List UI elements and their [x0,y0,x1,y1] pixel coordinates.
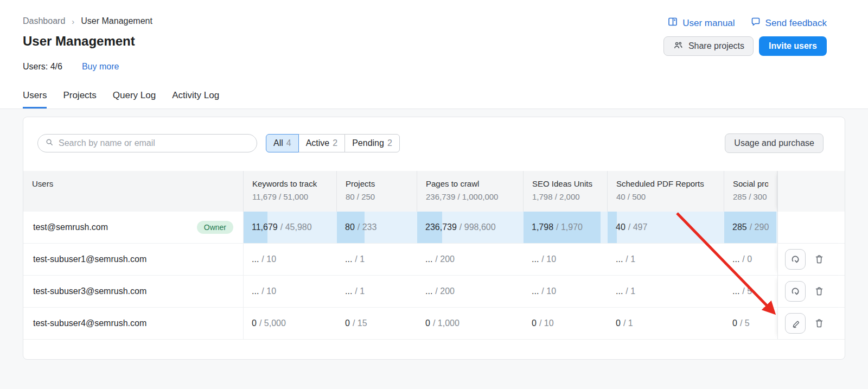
filter-pending[interactable]: Pending 2 [344,134,400,152]
usage-cell-projects: .../ 1 [337,244,417,275]
row-actions [777,212,845,243]
owner-badge: Owner [197,221,233,234]
usage-cell-seo-ideas: 1,798/ 1,970 [524,212,608,243]
column-title: Pages to crawl [426,179,514,188]
page-title: User Management [23,34,135,49]
search-box[interactable] [37,134,257,152]
table-header-row: Users Keywords to track 11,679 / 51,000 … [23,171,845,212]
row-actions [777,244,845,275]
usage-cell-pdf-reports: .../ 1 [608,244,724,275]
column-header-projects: Projects 80 / 250 [337,171,417,212]
feedback-bubble-icon [750,16,761,30]
row-actions [777,308,845,339]
user-cell: test@semrush.com Owner [23,212,244,243]
column-title: Scheduled PDF Reports [616,179,715,188]
filter-pending-count: 2 [387,138,392,148]
resend-invite-button[interactable] [785,249,806,270]
column-quota: 11,679 / 51,000 [252,192,328,201]
usage-cell-pages: 0/ 1,000 [417,308,524,339]
users-table: Users Keywords to track 11,679 / 51,000 … [23,171,845,360]
user-email: test@semrush.com [33,222,108,232]
resend-invite-button[interactable] [785,281,806,302]
header-actions: User manual Send feedback Share projects… [663,16,827,56]
people-icon [673,40,684,53]
column-title: Keywords to track [252,179,328,188]
column-header-pages: Pages to crawl 236,739 / 1,000,000 [417,171,524,212]
delete-user-button[interactable] [812,313,826,334]
usage-cell-social: .../ 5 [724,276,777,307]
invite-users-button[interactable]: Invite users [759,36,827,56]
usage-cell-keywords: 0/ 5,000 [244,308,337,339]
column-header-users: Users [23,171,244,212]
breadcrumb-current: User Management [81,16,152,26]
filter-all-label: All [273,138,283,148]
buy-more-link[interactable]: Buy more [82,62,119,71]
page-header: Dashboard › User Management User Managem… [0,0,868,109]
table-toolbar: All 4 Active 2 Pending 2 Usage and purch… [37,134,831,152]
user-email: test-subuser3@semrush.com [33,286,146,296]
users-quota: Users: 4/6Buy more [23,62,119,72]
column-quota: 40 / 500 [616,192,715,201]
share-projects-label: Share projects [688,41,744,51]
book-icon [667,16,678,30]
row-actions [777,276,845,307]
usage-cell-pdf-reports: 0/ 1 [608,308,724,339]
column-title: Projects [346,179,408,188]
user-cell: test-subuser3@semrush.com [23,276,244,307]
tab-query-log[interactable]: Query Log [113,90,156,109]
filter-active[interactable]: Active 2 [298,134,345,152]
filter-active-label: Active [306,138,330,148]
edit-limits-button[interactable] [785,313,806,334]
column-header-social-profiles: Social profiles 285 / 300 [724,171,777,212]
table-row: test-subuser3@semrush.com .../ 10 .../ 1… [23,276,845,308]
filter-all[interactable]: All 4 [266,134,299,152]
user-email: test-subuser4@semrush.com [33,318,146,328]
usage-cell-keywords: .../ 10 [244,244,337,275]
trash-icon [814,318,825,329]
delete-user-button[interactable] [812,281,826,302]
tab-activity-log[interactable]: Activity Log [172,90,219,109]
usage-cell-keywords: 11,679/ 45,980 [244,212,337,243]
delete-user-button[interactable] [812,249,826,270]
chevron-right-icon: › [72,17,74,26]
breadcrumb-dashboard-link[interactable]: Dashboard [23,16,65,26]
table-footer [23,340,845,360]
resend-icon [790,286,801,297]
send-feedback-label: Send feedback [765,18,827,29]
users-quota-label: Users: 4/6 [23,62,62,71]
usage-cell-projects: 80/ 233 [337,212,417,243]
column-header-keywords: Keywords to track 11,679 / 51,000 [244,171,337,212]
page-content: All 4 Active 2 Pending 2 Usage and purch… [0,109,868,389]
filter-pending-label: Pending [352,138,384,148]
column-quota: 80 / 250 [346,192,408,201]
usage-cell-pages: 236,739/ 998,600 [417,212,524,243]
usage-cell-seo-ideas: .../ 10 [524,244,608,275]
usage-cell-seo-ideas: 0/ 10 [524,308,608,339]
usage-cell-seo-ideas: .../ 10 [524,276,608,307]
column-title: SEO Ideas Units [532,179,598,188]
usage-cell-pdf-reports: 40/ 497 [608,212,724,243]
tab-users[interactable]: Users [23,90,47,109]
usage-cell-pdf-reports: .../ 1 [608,276,724,307]
usage-and-purchase-button[interactable]: Usage and purchase [725,133,824,153]
trash-icon [814,286,825,297]
table-row-owner: test@semrush.com Owner 11,679/ 45,980 80… [23,212,845,244]
filter-all-count: 4 [286,138,291,148]
pencil-icon [790,318,801,329]
user-manual-link[interactable]: User manual [667,16,735,30]
tab-projects[interactable]: Projects [63,90,96,109]
column-quota: 1,798 / 2,000 [532,192,598,201]
column-header-pdf-reports: Scheduled PDF Reports 40 / 500 [608,171,724,212]
search-input[interactable] [59,138,250,148]
usage-cell-pages: .../ 200 [417,276,524,307]
breadcrumb: Dashboard › User Management [23,16,152,26]
user-cell: test-subuser1@semrush.com [23,244,244,275]
main-tabs: Users Projects Query Log Activity Log [23,90,219,109]
user-manual-label: User manual [682,18,735,29]
search-icon [44,137,54,149]
user-cell: test-subuser4@semrush.com [23,308,244,339]
table-row: test-subuser1@semrush.com .../ 10 .../ 1… [23,244,845,276]
table-row: test-subuser4@semrush.com 0/ 5,000 0/ 15… [23,308,845,340]
share-projects-button[interactable]: Share projects [663,36,754,56]
send-feedback-link[interactable]: Send feedback [750,16,827,30]
